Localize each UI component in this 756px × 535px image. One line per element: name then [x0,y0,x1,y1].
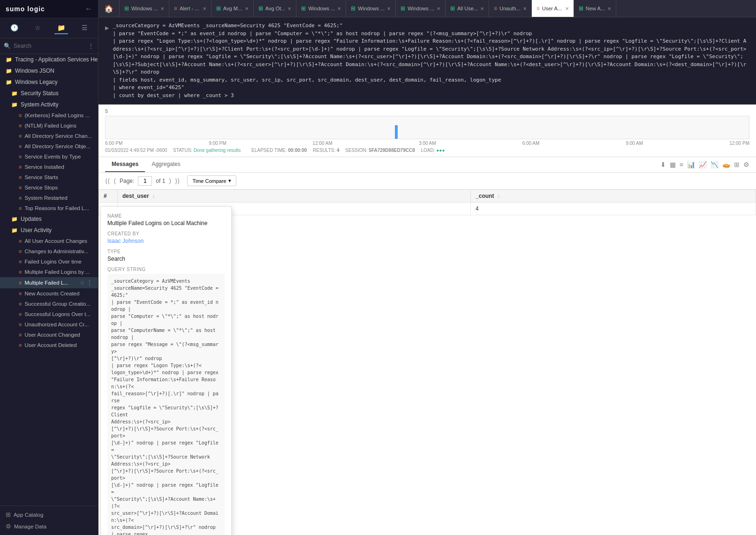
sidebar-item-changes-admin[interactable]: ≡ Changes to Administrativ... [0,246,98,256]
first-page-button[interactable]: ⟨⟨ [105,177,110,185]
sidebar-item-new-accounts[interactable]: ≡ New Accounts Created [0,288,98,299]
nav-library-icon[interactable]: 📁 [54,22,68,34]
sidebar-item-all-user-account[interactable]: ≡ All User Account Changes [0,236,98,246]
sidebar-item-windows-legacy[interactable]: 📁 Windows Legacy [0,76,98,88]
tab-messages[interactable]: Messages [105,157,145,172]
last-page-button[interactable]: ⟩⟩ [175,177,180,185]
settings-icon[interactable]: ⚙ [743,161,749,168]
prev-page-button[interactable]: ⟨ [113,177,116,185]
sidebar-item-multiple-failed-logins-by[interactable]: ≡ Multiple Failed Logins by ... [0,267,98,277]
page-input[interactable] [138,176,152,186]
nav-clock-icon[interactable]: 🕐 [8,22,21,34]
tab-all-use[interactable]: ⊞ All Use... ✕ [446,0,489,17]
close-icon[interactable]: ✕ [387,6,391,11]
tab-user-a[interactable]: ≡ User A... ✕ [532,0,574,17]
tab-label: Avg Ot... [265,6,286,11]
query-icon: ≡ [19,113,22,118]
sidebar-item-service-installed[interactable]: ≡ Service Installed [0,162,98,172]
close-icon[interactable]: ✕ [337,6,341,11]
sidebar-item-service-starts[interactable]: ≡ Service Starts [0,172,98,182]
sidebar-item-security-status[interactable]: 📁 Security Status [0,88,98,99]
sidebar-item-system-activity[interactable]: 📁 System Activity [0,99,98,110]
sidebar-item-successful-logons[interactable]: ≡ Successful Logons Over t... [0,309,98,319]
close-icon[interactable]: ✕ [565,6,569,11]
tab-avg-ot[interactable]: ⊞ Avg Ot... ✕ [254,0,297,17]
sidebar-search-input[interactable] [14,43,85,49]
query-icon: ≡ [19,143,22,149]
timeline-chart[interactable] [105,116,749,139]
close-icon[interactable]: ✕ [523,6,527,11]
sidebar-back-button[interactable]: ← [85,5,92,13]
timeline-bar [395,125,398,139]
query-icon: ≡ [19,291,22,296]
close-icon[interactable]: ✕ [287,6,291,11]
sidebar-item-app-catalog[interactable]: ⊞ App Catalog [0,509,98,520]
tab-unauth[interactable]: ≡ Unauth... ✕ [489,0,532,17]
next-page-button[interactable]: ⟩ [169,177,171,185]
download-icon[interactable]: ⬇ [660,161,666,168]
sidebar-item-all-dir-obj[interactable]: ≡ All Directory Service Obje... [0,141,98,151]
time-compare-button[interactable]: Time Compare ▾ [187,175,236,186]
sidebar-item-label: (Kerberos) Failed Logins ... [24,113,90,118]
tab-windows-2[interactable]: ⊞ Windows ... ✕ [296,0,346,17]
tab-avg-m[interactable]: ⊞ Avg M... ✕ [212,0,254,17]
columns-icon[interactable]: ▦ [670,161,676,168]
close-icon[interactable]: ✕ [245,6,249,11]
folder-icon: 📁 [6,79,12,85]
col-count-header[interactable]: _count ↕ [471,190,756,203]
sidebar-item-failed-logins-over-time[interactable]: ≡ Failed Logins Over time [0,256,98,267]
sidebar-item-kerberos[interactable]: ≡ (Kerberos) Failed Logins ... [0,110,98,121]
sidebar-item-label: Security Status [21,90,59,97]
close-icon[interactable]: ✕ [160,6,164,11]
sort-icon[interactable]: ↕ [152,194,155,199]
sidebar-item-unauthorized-account[interactable]: ≡ Unauthorized Account Cr... [0,319,98,330]
sidebar-item-top-reasons[interactable]: ≡ Top Reasons for Failed L... [0,203,98,213]
tab-new-a[interactable]: ⊞ New A... ✕ [574,0,616,17]
sidebar-item-multiple-failed-l[interactable]: ≡ Multiple Failed L... ☆ ⋮ [0,277,98,288]
sidebar-item-service-stops[interactable]: ≡ Service Stops [0,182,98,193]
sidebar-item-service-events[interactable]: ≡ Service Events by Type [0,151,98,162]
close-icon[interactable]: ✕ [607,6,611,11]
tab-aggregates[interactable]: Aggregates [145,157,187,172]
area-chart-icon[interactable]: 📉 [711,161,718,168]
sidebar-item-manage-data[interactable]: ⚙ Manage Data [0,520,98,532]
tab-home[interactable]: 🏠 [98,0,120,17]
created-by-value: Isaac Johnson [107,238,225,244]
close-icon[interactable]: ✕ [437,6,440,11]
close-icon[interactable]: ✕ [480,6,484,11]
sidebar-item-windows-json[interactable]: 📁 Windows JSON [0,65,98,76]
more-viz-icon[interactable]: ⊞ [734,161,740,168]
nav-star-icon[interactable]: ☆ [32,22,44,34]
query-text[interactable]: _sourceCategory = AzVMEvents _sourceName… [113,22,749,99]
tab-windows-3[interactable]: ⊞ Windows ... ✕ [346,0,396,17]
tab-windows-4[interactable]: ⊞ Windows ... ✕ [396,0,446,17]
star-icon[interactable]: ☆ [80,279,85,286]
sidebar-item-all-dir-change[interactable]: ≡ All Directory Service Chan... [0,131,98,141]
more-icon[interactable]: ⋮ [87,279,92,286]
nav-more-icon[interactable]: ☰ [79,22,91,34]
sort-icon[interactable]: ↕ [498,194,500,199]
query-icon: ≡ [174,5,177,12]
sidebar-item-user-account-deleted[interactable]: ≡ User Account Deleted [0,340,98,350]
sidebar-item-user-activity[interactable]: 📁 User Activity [0,225,98,236]
col-dest-user-header[interactable]: dest_user ↕ [118,190,471,203]
sidebar-item-successful-group[interactable]: ≡ Successful Group Creatio... [0,299,98,309]
close-icon[interactable]: ✕ [203,6,206,11]
sidebar-item-label: System Restarted [24,195,67,201]
pie-chart-icon[interactable]: 🥧 [722,161,730,168]
list-icon[interactable]: ≡ [680,161,683,168]
query-icon: ≡ [19,238,22,244]
sidebar-scroll: 📁 Tracing - Application Services Heal...… [0,54,98,505]
sidebar-item-user-account-changed[interactable]: ≡ User Account Changed [0,330,98,340]
sidebar-item-updates[interactable]: 📁 Updates [0,213,98,225]
tab-windows-1[interactable]: ⊞ Windows ... ✕ [120,0,169,17]
tab-alert[interactable]: ≡ Alert - ... ✕ [169,0,212,17]
bar-chart-icon[interactable]: 📊 [687,161,695,168]
sidebar-item-system-restarted[interactable]: ≡ System Restarted [0,193,98,203]
query-run-icon[interactable]: ▶ [105,23,109,99]
query-string-value: _sourceCategory = AzVMEvents _sourceName… [107,274,225,535]
sidebar-item-ntlm[interactable]: ≡ (NTLM) Failed Logins [0,121,98,131]
line-chart-icon[interactable]: 📈 [699,161,707,168]
sidebar-options-icon[interactable]: ⋮ [88,42,94,50]
sidebar-item-tracing[interactable]: 📁 Tracing - Application Services Heal... [0,54,98,65]
